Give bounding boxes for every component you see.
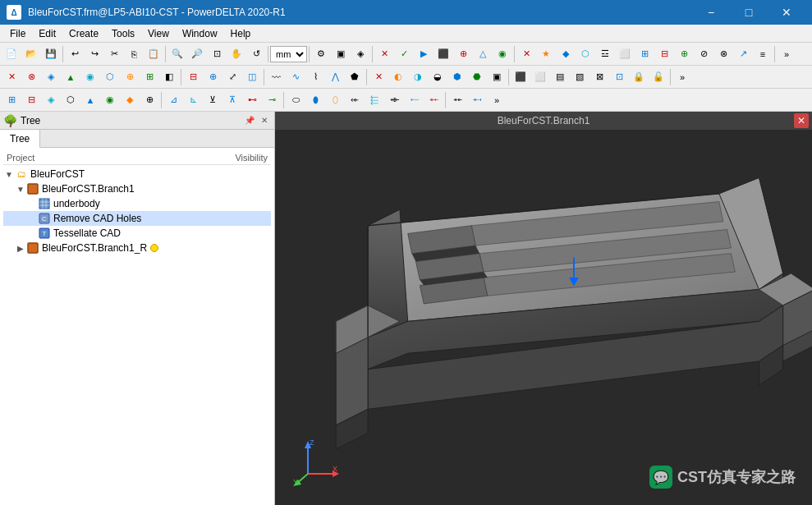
zoom-out-button[interactable]: 🔎 — [187, 44, 207, 64]
save-button[interactable]: 💾 — [41, 44, 61, 64]
tool6[interactable]: ◈ — [351, 44, 370, 64]
zoom-fit-button[interactable]: ⊡ — [207, 44, 227, 64]
new-button[interactable]: 📄 — [2, 44, 21, 64]
t3-more[interactable]: » — [487, 90, 507, 110]
viewport-canvas[interactable]: Z X Y 💬 CST仿真专家之路 — [275, 130, 812, 505]
t2-7[interactable]: ⊕ — [120, 67, 140, 87]
rotate-button[interactable]: ↺ — [246, 44, 266, 64]
viewport-close-button[interactable]: ✕ — [794, 113, 809, 128]
t3-13[interactable]: ⊷ — [242, 90, 262, 110]
t3-20[interactable]: ⬲ — [384, 90, 404, 110]
t2-26[interactable]: ⬛ — [511, 67, 530, 87]
menu-view[interactable]: View — [141, 26, 176, 41]
t2-31[interactable]: ⊡ — [609, 67, 629, 87]
minimize-button[interactable]: − — [692, 0, 730, 25]
menu-help[interactable]: Help — [224, 26, 258, 41]
copy-button[interactable]: ⎘ — [124, 44, 144, 64]
tree-close-button[interactable]: ✕ — [258, 114, 271, 127]
t2-27[interactable]: ⬜ — [530, 67, 550, 87]
menu-edit[interactable]: Edit — [32, 26, 62, 41]
t3-11[interactable]: ⊻ — [203, 90, 222, 110]
tree-node-underbody[interactable]: underbody — [3, 196, 271, 211]
undo-button[interactable]: ↩ — [65, 44, 85, 64]
t3-9[interactable]: ⊿ — [163, 90, 183, 110]
t2-15[interactable]: ∿ — [286, 67, 305, 87]
t2-24[interactable]: ⬣ — [467, 67, 487, 87]
t3-2[interactable]: ⊟ — [21, 90, 41, 110]
tool20[interactable]: ⊞ — [635, 44, 654, 64]
t3-12[interactable]: ⊼ — [222, 90, 242, 110]
tool16[interactable]: ◆ — [556, 44, 576, 64]
tool18[interactable]: ☲ — [595, 44, 615, 64]
t2-22[interactable]: ◒ — [428, 67, 447, 87]
toggle-root[interactable]: ▼ — [3, 170, 15, 179]
t2-9[interactable]: ◧ — [159, 67, 179, 87]
t2-8[interactable]: ⊞ — [140, 67, 159, 87]
tree-pin-button[interactable]: 📌 — [243, 114, 256, 127]
t3-3[interactable]: ◈ — [41, 90, 61, 110]
tree-content[interactable]: Project Visibility ▼ 🗂 BleuForCST ▼ Bleu… — [0, 148, 274, 505]
toggle-branch1[interactable]: ▼ — [15, 185, 26, 194]
tool8[interactable]: ✓ — [394, 44, 414, 64]
t2-2[interactable]: ⊗ — [21, 67, 41, 87]
t3-22[interactable]: ⬴ — [424, 90, 443, 110]
pan-button[interactable]: ✋ — [227, 44, 246, 64]
t2-23[interactable]: ⬢ — [447, 67, 467, 87]
cut-button[interactable]: ✂ — [104, 44, 124, 64]
t2-3[interactable]: ◈ — [41, 67, 61, 87]
t2-5[interactable]: ◉ — [80, 67, 100, 87]
tool22[interactable]: ⊕ — [674, 44, 694, 64]
unit-select[interactable]: mm cm m — [270, 46, 307, 62]
t2-1[interactable]: ✕ — [2, 67, 21, 87]
t3-8[interactable]: ⊕ — [140, 90, 159, 110]
tree-node-branch1r[interactable]: ▶ BleuForCST.Branch1_R — [3, 241, 271, 255]
t2-32[interactable]: 🔒 — [629, 67, 649, 87]
tree-node-tessellate-cad[interactable]: T Tessellate CAD — [3, 226, 271, 241]
t2-29[interactable]: ▧ — [570, 67, 590, 87]
t2-13[interactable]: ◫ — [242, 67, 262, 87]
tree-node-remove-cad-holes[interactable]: C Remove CAD Holes — [3, 211, 271, 226]
tool15[interactable]: ★ — [536, 44, 556, 64]
toggle-remove-cad[interactable] — [26, 214, 38, 223]
tree-node-branch1[interactable]: ▼ BleuForCST.Branch1 — [3, 181, 271, 196]
settings-button[interactable]: ⚙ — [311, 44, 331, 64]
t3-1[interactable]: ⊞ — [2, 90, 21, 110]
paste-button[interactable]: 📋 — [144, 44, 163, 64]
t3-17[interactable]: ⬯ — [325, 90, 345, 110]
tool9[interactable]: ▶ — [414, 44, 434, 64]
t2-more[interactable]: » — [672, 67, 692, 87]
toggle-branch1r[interactable]: ▶ — [15, 244, 26, 253]
t3-16[interactable]: ⬮ — [305, 90, 325, 110]
t3-15[interactable]: ⬭ — [286, 90, 305, 110]
tool5[interactable]: ▣ — [331, 44, 351, 64]
t2-21[interactable]: ◑ — [408, 67, 428, 87]
open-button[interactable]: 📂 — [21, 44, 41, 64]
close-button[interactable]: ✕ — [768, 0, 805, 25]
t3-24[interactable]: ⬶ — [467, 90, 487, 110]
menu-tools[interactable]: Tools — [105, 26, 141, 41]
redo-button[interactable]: ↪ — [85, 44, 104, 64]
t3-7[interactable]: ◆ — [120, 90, 140, 110]
t3-10[interactable]: ⊾ — [183, 90, 203, 110]
t2-12[interactable]: ⤢ — [222, 67, 242, 87]
t2-10[interactable]: ⊟ — [183, 67, 203, 87]
t2-18[interactable]: ⬟ — [345, 67, 365, 87]
menu-create[interactable]: Create — [62, 26, 105, 41]
t3-6[interactable]: ◉ — [100, 90, 120, 110]
t3-19[interactable]: ⬱ — [365, 90, 384, 110]
tool26[interactable]: ≡ — [753, 44, 773, 64]
t2-20[interactable]: ◐ — [388, 67, 408, 87]
tool21[interactable]: ⊟ — [654, 44, 674, 64]
zoom-in-button[interactable]: 🔍 — [167, 44, 187, 64]
t2-14[interactable]: 〰 — [266, 67, 286, 87]
t2-28[interactable]: ▤ — [550, 67, 570, 87]
t2-16[interactable]: ⌇ — [305, 67, 325, 87]
t3-21[interactable]: ⬳ — [404, 90, 424, 110]
toggle-tessellate[interactable] — [26, 229, 38, 238]
t3-23[interactable]: ⬵ — [447, 90, 467, 110]
tool12[interactable]: △ — [473, 44, 493, 64]
tool11[interactable]: ⊕ — [453, 44, 473, 64]
tool17[interactable]: ⬡ — [576, 44, 595, 64]
tool25[interactable]: ↗ — [733, 44, 753, 64]
tree-node-root[interactable]: ▼ 🗂 BleuForCST — [3, 167, 271, 181]
